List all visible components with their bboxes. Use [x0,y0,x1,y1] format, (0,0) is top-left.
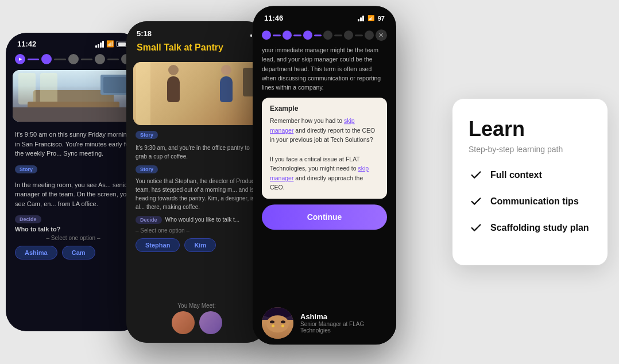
phone3-seg-3 [314,34,322,36]
phone2-decide-text: Who would you like to talk t... [165,216,240,224]
phone1-progress-dot-4 [95,54,105,64]
learn-item-label-1: Full context [490,170,542,180]
phone3-signal-icon [358,16,364,21]
check-icon-2 [469,194,483,209]
phone3-character-avatar [262,307,293,339]
phone3-skip-manager-link-2[interactable]: skip manager [270,165,369,181]
phone1-progress-seg-1 [28,59,39,60]
phone2-avatar-2 [199,311,222,334]
phone2-header: 5:18 Small Talk at Pantry [126,21,267,62]
phone2-story-text2: You notice that Stephan, the director of… [126,175,267,214]
phone2-avatar-row [172,311,222,334]
phone3-skip-manager-link-1[interactable]: skip manager [270,118,355,134]
phone3-seg-4 [334,34,342,36]
main-container: 11:42 📶 ▶ [0,0,619,364]
phone3-status-bar: 11:46 📶 97 [253,6,396,27]
check-icon-3 [469,220,483,235]
phone1-story-badge: Story [15,165,37,173]
phone3-dot-6 [365,30,374,40]
phone3-character-name: Ashima [300,312,387,321]
check-icon-1 [469,168,483,183]
phone-2: 5:18 Small Talk at Pantry [126,21,267,343]
phone1-decide-badge: Decide [15,215,41,223]
phone3-close-button[interactable]: ✕ [376,29,387,41]
phone3-body: your immediate manager might be the team… [253,45,396,204]
phone2-time: 5:18 [137,29,152,38]
phone3-time: 11:46 [264,14,283,22]
phone3-example-label: Example [270,105,379,113]
phone1-progress-seg-4 [107,59,119,60]
phone2-title: Small Talk at Pantry [137,42,257,53]
phone1-progress-seg-2 [54,59,65,60]
phone1-status-bar: 11:42 📶 [6,33,141,52]
phone2-story-badge: Story [136,131,158,139]
learn-item-label-3: Scaffolding study plan [490,223,589,233]
phone3-dot-4 [323,30,332,40]
learn-panel-title: Learn [469,117,591,141]
phone3-example-text1: Remember how you had to skip manager and… [270,117,379,145]
phone2-story-badge-row: Story [126,130,267,141]
phone1-story-text2: In the meeting room, you see As... senio… [6,176,141,214]
learn-panel-subtitle: Step-by-step learning path [469,145,591,154]
phone3-definition-text: your immediate manager might be the team… [262,45,387,92]
phone1-option-cam[interactable]: Cam [62,246,95,260]
phone1-progress-bar: ▶ [6,52,141,67]
phone1-progress-dot-1: ▶ [15,54,25,64]
phone3-dot-1 [262,30,271,40]
phone1-option-buttons: Ashima Cam [6,242,141,263]
phone3-seg-5 [355,34,363,36]
learn-item-communication-tips: Communication tips [469,194,591,209]
phone3-seg-1 [273,34,281,36]
phone1-progress-dot-3 [68,54,79,64]
phone2-option-buttons: Stephan Kim [126,235,267,255]
phone3-character-info: Ashima Senior Manager at FLAG Technolgie… [300,312,387,334]
phone2-you-may-meet: You May Meet: [177,303,215,309]
phone2-select-label: – Select one option – [126,226,267,235]
phone1-select-label: – Select one option – [6,234,141,242]
phone1-wifi-icon: 📶 [106,40,114,48]
phone1-decide-text: Who to talk to? [6,224,141,234]
phone3-progress-bar: ✕ [253,27,396,45]
phone3-continue-button[interactable]: Continue [262,204,387,230]
learn-item-full-context: Full context [469,168,591,183]
phone2-option-kim[interactable]: Kim [184,238,216,252]
phone1-signal-icon [95,41,104,48]
learn-item-scaffolding: Scaffolding study plan [469,220,591,235]
phone3-dot-2 [283,30,292,40]
phone3-wifi-icon: 📶 [367,15,374,21]
phone1-story-text: It's 9:50 am on this sunny Friday mornin… [6,125,141,163]
phone2-bottom-gradient: You May Meet: [126,291,267,343]
phone1-option-ashima[interactable]: Ashima [15,246,57,260]
phone3-dot-3 [303,30,312,40]
phone3-dot-5 [344,30,353,40]
phone1-progress-dot-2 [41,54,52,64]
phone-3: 11:46 📶 97 ✕ [253,6,396,344]
phone2-story-text: It's 9:30 am, and you're in the office p… [126,141,267,163]
phone2-story-image [133,62,260,125]
phone2-status-bar: 5:18 [137,29,257,42]
phone-1: 11:42 📶 ▶ [6,33,141,331]
phone2-decide-badge: Decide [136,216,162,224]
phone3-status-icons: 📶 97 [358,15,385,22]
phone3-character-section: Ashima Senior Manager at FLAG Technolgie… [253,301,396,344]
phone2-story-badge2: Story [136,165,158,173]
phone3-example-box: Example Remember how you had to skip man… [262,98,387,199]
pantry-scene [133,62,260,125]
phone3-example-text2: If you face a critical issue at FLAT Tec… [270,154,379,192]
learn-item-label-2: Communication tips [490,196,579,207]
phone2-decide-row: Decide Who would you like to talk t... [126,214,267,226]
phone3-character-title: Senior Manager at FLAG Technolgies [300,321,387,334]
phone1-progress-seg-3 [81,59,92,60]
phone2-option-stephan[interactable]: Stephan [136,238,180,252]
phone3-seg-2 [293,34,301,36]
phone2-avatar-1 [172,311,195,334]
phone2-story-badge2-row: Story [126,163,267,175]
phone1-story-image [13,70,134,122]
phone3-battery-text: 97 [378,15,385,22]
conference-room-scene [13,70,134,122]
phone1-status-icons: 📶 [95,40,129,48]
learn-panel: Learn Step-by-step learning path Full co… [452,99,608,265]
phone1-time: 11:42 [17,40,36,48]
